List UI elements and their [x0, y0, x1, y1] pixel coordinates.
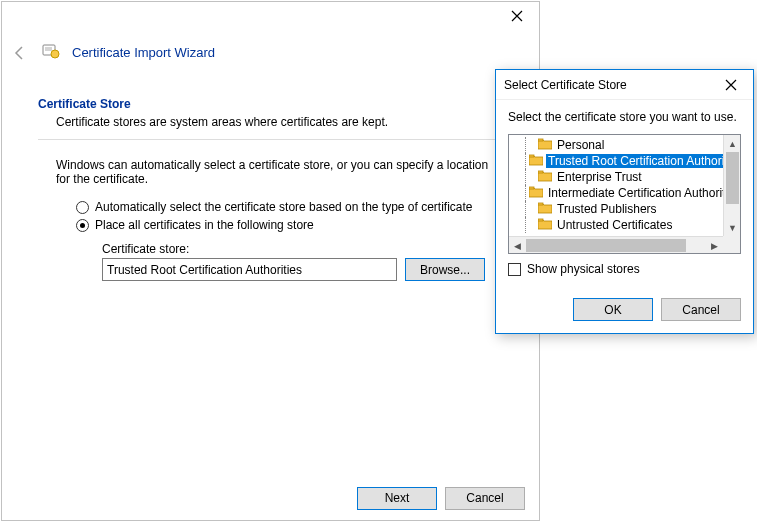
- browse-button[interactable]: Browse...: [405, 258, 485, 281]
- scroll-up-icon[interactable]: ▲: [724, 135, 741, 152]
- radio-auto-select[interactable]: Automatically select the certificate sto…: [76, 200, 503, 214]
- vertical-scrollbar[interactable]: ▲ ▼: [723, 135, 740, 236]
- folder-icon: [538, 202, 552, 217]
- radio-place-in-store[interactable]: Place all certificates in the following …: [76, 218, 503, 232]
- dialog-body: Select the certificate store you want to…: [496, 100, 753, 288]
- svg-rect-8: [538, 203, 543, 205]
- separator: [38, 139, 503, 140]
- scroll-down-icon[interactable]: ▼: [724, 219, 741, 236]
- horizontal-scrollbar[interactable]: ◀ ▶: [509, 236, 723, 253]
- wizard-title: Certificate Import Wizard: [72, 45, 215, 60]
- dialog-cancel-label: Cancel: [682, 303, 719, 317]
- section-description: Certificate stores are system areas wher…: [56, 115, 503, 129]
- scroll-left-icon[interactable]: ◀: [509, 237, 526, 254]
- next-button-label: Next: [385, 491, 410, 505]
- svg-rect-5: [529, 155, 534, 157]
- folder-icon: [529, 154, 543, 169]
- wizard-footer: Next Cancel: [2, 476, 539, 520]
- tree-item-label: Trusted Publishers: [555, 202, 659, 216]
- tree-item-label: Untrusted Certificates: [555, 218, 674, 232]
- show-physical-label: Show physical stores: [527, 262, 640, 276]
- ok-button-label: OK: [604, 303, 621, 317]
- tree-branch-icon: [525, 217, 535, 233]
- radio-place-label: Place all certificates in the following …: [95, 218, 314, 232]
- tree-branch-icon: [525, 153, 526, 169]
- vertical-scroll-thumb[interactable]: [726, 152, 739, 204]
- ok-button[interactable]: OK: [573, 298, 653, 321]
- dialog-footer: OK Cancel: [496, 288, 753, 333]
- store-row: Browse...: [102, 258, 503, 281]
- svg-rect-4: [538, 139, 543, 141]
- wizard-window: Certificate Import Wizard Certificate St…: [1, 1, 540, 521]
- radio-auto-label: Automatically select the certificate sto…: [95, 200, 473, 214]
- tree-item[interactable]: Trusted Publishers: [513, 201, 723, 217]
- tree-branch-icon: [525, 185, 526, 201]
- folder-icon: [529, 186, 543, 201]
- show-physical-checkbox[interactable]: Show physical stores: [508, 262, 741, 276]
- instruction-text: Windows can automatically select a certi…: [56, 158, 503, 186]
- close-icon[interactable]: [494, 2, 539, 30]
- section-title: Certificate Store: [38, 97, 503, 111]
- horizontal-scroll-thumb[interactable]: [526, 239, 686, 252]
- browse-button-label: Browse...: [420, 263, 470, 277]
- tree-item-label: Personal: [555, 138, 606, 152]
- select-store-dialog: Select Certificate Store Select the cert…: [495, 69, 754, 334]
- folder-icon: [538, 138, 552, 153]
- cancel-button[interactable]: Cancel: [445, 487, 525, 510]
- tree-item[interactable]: Untrusted Certificates: [513, 217, 723, 233]
- tree-item[interactable]: Trusted Root Certification Authorities: [513, 153, 723, 169]
- checkbox-icon: [508, 263, 521, 276]
- dialog-titlebar: Select Certificate Store: [496, 70, 753, 100]
- store-tree: PersonalTrusted Root Certification Autho…: [508, 134, 741, 254]
- radio-icon: [76, 219, 89, 232]
- folder-icon: [538, 218, 552, 233]
- scroll-right-icon[interactable]: ▶: [706, 237, 723, 254]
- radio-icon: [76, 201, 89, 214]
- tree-item[interactable]: Intermediate Certification Authorities: [513, 185, 723, 201]
- dialog-cancel-button[interactable]: Cancel: [661, 298, 741, 321]
- next-button[interactable]: Next: [357, 487, 437, 510]
- wizard-body: Certificate Store Certificate stores are…: [2, 67, 539, 281]
- tree-item-label: Intermediate Certification Authorities: [546, 186, 723, 200]
- svg-rect-7: [529, 187, 534, 189]
- tree-branch-icon: [525, 201, 535, 217]
- svg-rect-9: [538, 219, 543, 221]
- tree-item[interactable]: Enterprise Trust: [513, 169, 723, 185]
- wizard-titlebar: [2, 2, 539, 32]
- dialog-title: Select Certificate Store: [504, 78, 627, 92]
- tree-item-label: Enterprise Trust: [555, 170, 644, 184]
- scrollbar-corner: [723, 236, 740, 253]
- tree-branch-icon: [525, 137, 535, 153]
- store-field-label: Certificate store:: [102, 242, 503, 256]
- close-icon[interactable]: [708, 70, 753, 100]
- back-arrow-icon[interactable]: [10, 43, 30, 63]
- certificate-store-input[interactable]: [102, 258, 397, 281]
- svg-point-3: [51, 50, 59, 58]
- wizard-header: Certificate Import Wizard: [2, 32, 539, 67]
- folder-icon: [538, 170, 552, 185]
- cancel-button-label: Cancel: [466, 491, 503, 505]
- tree-item[interactable]: Personal: [513, 137, 723, 153]
- svg-rect-6: [538, 171, 543, 173]
- tree-branch-icon: [525, 169, 535, 185]
- certificate-icon: [42, 42, 60, 63]
- store-tree-viewport[interactable]: PersonalTrusted Root Certification Autho…: [509, 135, 723, 236]
- dialog-instruction: Select the certificate store you want to…: [508, 110, 741, 124]
- tree-item-label: Trusted Root Certification Authorities: [546, 154, 723, 168]
